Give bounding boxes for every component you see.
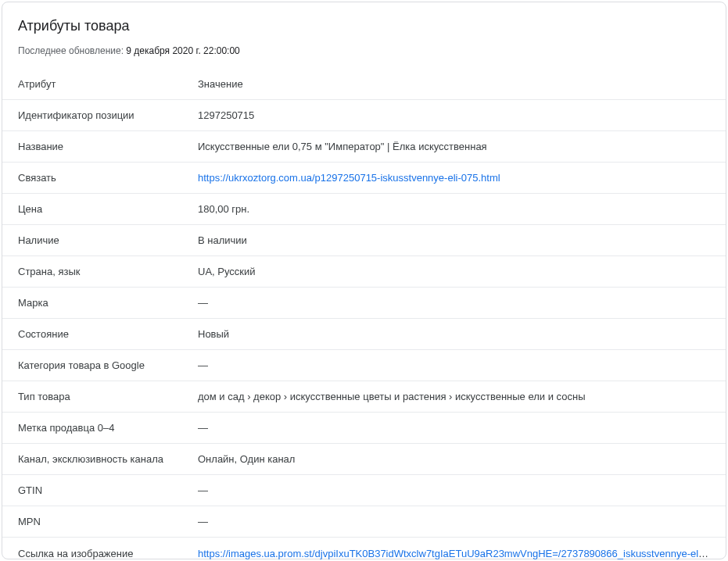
attr-label-link: Связать xyxy=(18,172,198,184)
attr-label-product-type: Тип товара xyxy=(18,391,198,402)
attr-label-mpn: MPN xyxy=(18,516,198,527)
attr-value-mpn: — xyxy=(198,516,710,527)
attr-value-image-link[interactable]: https://images.ua.prom.st/djvpiIxuTK0B37… xyxy=(198,548,710,559)
attr-value-name: Искусственные ели 0,75 м "Император" | Ё… xyxy=(198,141,710,152)
attr-value-gtin: — xyxy=(198,484,710,496)
table-row: Категория товара в Google — xyxy=(2,350,726,381)
table-row: Марка — xyxy=(2,288,726,319)
attr-label-id: Идентификатор позиции xyxy=(18,109,198,121)
table-row: Идентификатор позиции 1297250715 xyxy=(2,100,726,131)
attr-label-brand: Марка xyxy=(18,297,198,309)
table-row: Канал, эксклюзивность канала Онлайн, Оди… xyxy=(2,444,726,475)
table-header-row: Атрибут Значение xyxy=(2,64,726,100)
attr-value-product-type: дом и сад › декор › искусственные цветы … xyxy=(198,391,710,402)
attr-value-channel: Онлайн, Один канал xyxy=(198,453,710,465)
column-header-value: Значение xyxy=(198,78,710,90)
table-row: Тип товара дом и сад › декор › искусстве… xyxy=(2,381,726,413)
attr-label-image-link: Ссылка на изображение xyxy=(18,548,198,559)
attr-label-country: Страна, язык xyxy=(18,266,198,277)
attr-value-availability: В наличии xyxy=(198,234,710,246)
attr-value-google-category: — xyxy=(198,359,710,371)
page-title: Атрибуты товара xyxy=(18,18,710,34)
last-updated-value: 9 декабря 2020 г. 22:00:00 xyxy=(126,45,239,56)
attr-label-seller-label: Метка продавца 0–4 xyxy=(18,422,198,434)
table-row: Метка продавца 0–4 — xyxy=(2,413,726,444)
column-header-attribute: Атрибут xyxy=(18,78,198,90)
attr-value-id: 1297250715 xyxy=(198,109,710,121)
last-updated: Последнее обновление: 9 декабря 2020 г. … xyxy=(18,45,710,56)
attr-label-gtin: GTIN xyxy=(18,484,198,496)
table-row: Ссылка на изображение https://images.ua.… xyxy=(2,538,726,561)
attr-label-channel: Канал, эксклюзивность канала xyxy=(18,453,198,465)
last-updated-label: Последнее обновление: xyxy=(18,45,126,56)
attr-label-google-category: Категория товара в Google xyxy=(18,359,198,371)
attr-label-price: Цена xyxy=(18,203,198,215)
table-row: Цена 180,00 грн. xyxy=(2,194,726,225)
product-attributes-card: Атрибуты товара Последнее обновление: 9 … xyxy=(2,2,726,559)
attr-value-price: 180,00 грн. xyxy=(198,203,710,215)
table-row: Наличие В наличии xyxy=(2,225,726,256)
attr-value-condition: Новый xyxy=(198,328,710,340)
attr-value-seller-label: — xyxy=(198,422,710,434)
table-row: Страна, язык UA, Русский xyxy=(2,256,726,288)
table-row: GTIN — xyxy=(2,475,726,506)
table-row: Состояние Новый xyxy=(2,319,726,350)
table-row: Название Искусственные ели 0,75 м "Импер… xyxy=(2,131,726,163)
attr-value-link[interactable]: https://ukrxoztorg.com.ua/p1297250715-is… xyxy=(198,172,500,184)
attr-label-name: Название xyxy=(18,141,198,152)
table-row: Связать https://ukrxoztorg.com.ua/p12972… xyxy=(2,163,726,194)
attr-label-condition: Состояние xyxy=(18,328,198,340)
table-row: MPN — xyxy=(2,506,726,538)
attr-value-country: UA, Русский xyxy=(198,266,710,277)
attr-value-brand: — xyxy=(198,297,710,309)
card-header: Атрибуты товара Последнее обновление: 9 … xyxy=(2,2,726,64)
attr-label-availability: Наличие xyxy=(18,234,198,246)
